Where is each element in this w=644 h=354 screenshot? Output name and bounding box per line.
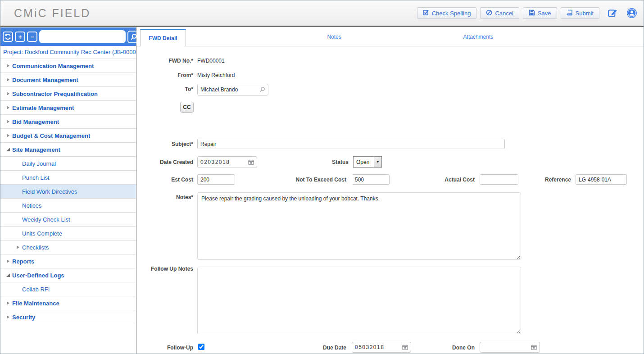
sidebar-item-file-maintenance[interactable]: File Maintenance: [0, 296, 136, 310]
chevron-right-icon: [4, 106, 12, 109]
follow-up-notes-label: Follow Up Notes: [136, 266, 193, 272]
app-header: CMiC FIELD Check Spelling Cancel Save Su…: [0, 0, 644, 27]
sidebar-item-punch-list[interactable]: Punch List: [0, 171, 136, 185]
sidebar-item-checklists[interactable]: Checklists: [0, 241, 136, 254]
tab-notes[interactable]: Notes: [327, 27, 341, 46]
minus-icon[interactable]: −: [27, 32, 37, 42]
main-panel: FWD Detail Notes Attachments FWD No.* FW…: [136, 27, 644, 354]
sidebar-item-security[interactable]: Security: [0, 310, 136, 324]
cc-button[interactable]: CC: [180, 102, 194, 113]
sidebar-item-user-defined-logs[interactable]: User-Defined Logs: [0, 268, 136, 282]
lookup-icon[interactable]: [259, 87, 265, 93]
refresh-icon[interactable]: [3, 32, 13, 42]
tab-attachments[interactable]: Attachments: [463, 27, 494, 46]
edit-icon[interactable]: [608, 8, 618, 18]
sidebar: + − Project: Rockford Community Rec Cent…: [0, 27, 136, 354]
follow-up-checkbox[interactable]: [198, 344, 204, 350]
notes-label: Notes*: [136, 194, 193, 200]
chevron-right-icon: [4, 64, 12, 68]
subject-label: Subject*: [136, 141, 193, 147]
submit-icon: [567, 9, 573, 17]
reference-label: Reference: [503, 177, 571, 183]
app-logo: CMiC FIELD: [14, 7, 91, 20]
sidebar-item-budget-cost-management[interactable]: Budget & Cost Management: [0, 129, 136, 143]
chevron-right-icon: [4, 78, 12, 82]
chevron-right-icon: [14, 245, 22, 249]
chevron-right-icon: [4, 134, 12, 137]
sidebar-item-document-management[interactable]: Document Management: [0, 73, 136, 87]
chevron-expanded-icon: [4, 273, 12, 277]
sidebar-item-reports[interactable]: Reports: [0, 254, 136, 268]
actual-cost-label: Actual Cost: [407, 177, 475, 183]
fwd-no-value: FWD00001: [197, 58, 225, 64]
header-actions: Check Spelling Cancel Save Submit: [417, 7, 637, 19]
sidebar-item-estimate-management[interactable]: Estimate Management: [0, 101, 136, 115]
not-to-exceed-cost-input[interactable]: [352, 174, 390, 185]
app-window: CMiC FIELD Check Spelling Cancel Save Su…: [0, 0, 644, 354]
chevron-right-icon: [4, 259, 12, 263]
sidebar-tree: Communication Management Document Manage…: [0, 59, 136, 324]
from-label: From*: [136, 72, 193, 78]
tab-bar: FWD Detail Notes Attachments: [136, 27, 644, 46]
sidebar-item-units-complete[interactable]: Units Complete: [0, 227, 136, 241]
check-spelling-button[interactable]: Check Spelling: [417, 7, 477, 19]
notes-textarea[interactable]: Please repair the grading caused by the …: [197, 192, 521, 260]
chevron-right-icon: [4, 315, 12, 319]
chevron-expanded-icon: [4, 148, 12, 151]
chevron-right-icon: [4, 120, 12, 123]
fwd-no-label: FWD No.*: [136, 58, 193, 64]
sidebar-item-collab-rfi[interactable]: Collab RFI: [0, 282, 136, 296]
search-input[interactable]: [39, 30, 126, 43]
to-label: To*: [136, 86, 193, 92]
sidebar-item-weekly-check-list[interactable]: Weekly Check List: [0, 213, 136, 227]
sidebar-item-subcontractor-prequalification[interactable]: Subcontractor Prequalification: [0, 87, 136, 101]
save-icon: [529, 9, 535, 17]
from-value: Misty Retchford: [197, 72, 235, 78]
reference-input[interactable]: [576, 174, 627, 185]
sidebar-item-communication-management[interactable]: Communication Management: [0, 59, 136, 73]
date-created-label: Date Created: [136, 159, 193, 165]
follow-up-notes-textarea[interactable]: [197, 267, 521, 334]
est-cost-label: Est Cost: [136, 177, 193, 183]
fwd-detail-form: FWD No.* FWD00001 From* Misty Retchford …: [136, 46, 644, 354]
user-icon[interactable]: [626, 8, 637, 18]
chevron-right-icon: [4, 301, 12, 305]
check-spelling-icon: [423, 9, 429, 17]
done-on-label: Done On: [407, 345, 475, 351]
submit-button[interactable]: Submit: [561, 7, 599, 19]
status-label: Status: [292, 159, 349, 165]
subject-input[interactable]: [197, 139, 505, 149]
sidebar-item-notices[interactable]: Notices: [0, 199, 136, 213]
cancel-button[interactable]: Cancel: [480, 7, 519, 19]
due-date-label: Due Date: [256, 345, 346, 351]
plus-icon[interactable]: +: [15, 32, 25, 42]
sidebar-item-bid-management[interactable]: Bid Management: [0, 115, 136, 129]
sidebar-item-field-work-directives[interactable]: Field Work Directives: [0, 185, 136, 199]
sidebar-item-site-management[interactable]: Site Management: [0, 143, 136, 157]
to-input[interactable]: [197, 84, 268, 95]
tab-fwd-detail[interactable]: FWD Detail: [140, 29, 186, 46]
sidebar-item-daily-journal[interactable]: Daily Journal: [0, 157, 136, 171]
calendar-icon[interactable]: [531, 345, 537, 350]
follow-up-label: Follow-Up: [136, 345, 193, 351]
calendar-icon[interactable]: [248, 159, 254, 165]
chevron-down-icon: ▼: [374, 157, 381, 167]
status-select[interactable]: Open ▼: [353, 156, 382, 168]
chevron-right-icon: [4, 92, 12, 95]
sidebar-search-bar: + −: [0, 27, 136, 46]
project-label: Project: Rockford Community Rec Center (…: [0, 46, 136, 59]
not-to-exceed-cost-label: Not To Exceed Cost: [256, 177, 346, 183]
save-button[interactable]: Save: [523, 7, 557, 19]
est-cost-input[interactable]: [197, 174, 235, 185]
cancel-icon: [486, 9, 492, 17]
